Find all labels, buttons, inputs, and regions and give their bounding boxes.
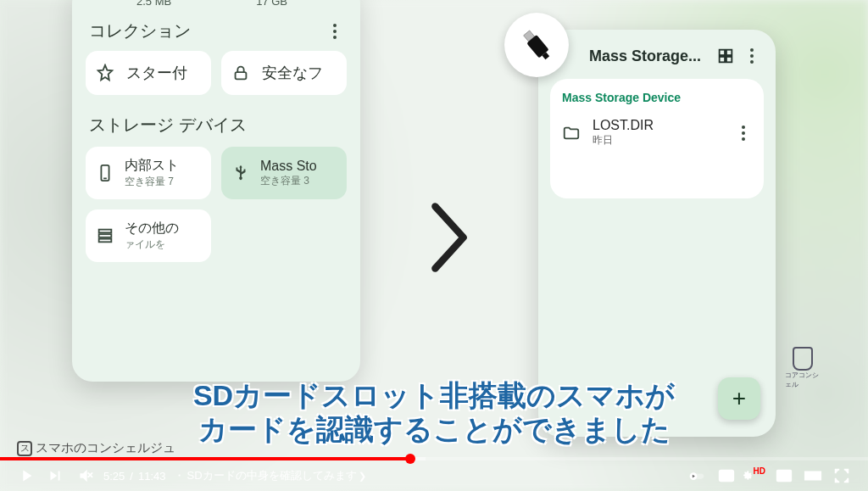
player-controls: 5:25 / 11:43 ・ SDカードの中身を確認してみます ❯ HD: [0, 460, 868, 491]
autoplay-icon: [688, 466, 707, 485]
miniplayer-icon: [775, 466, 793, 485]
svg-rect-0: [236, 72, 247, 79]
time-sep: /: [130, 470, 133, 483]
play-button[interactable]: [12, 461, 41, 490]
svg-rect-11: [720, 57, 725, 62]
grid-view-icon[interactable]: [716, 47, 735, 65]
svg-rect-9: [720, 50, 725, 55]
device-mass-sub: 空き容量 3: [260, 174, 317, 188]
chapter-title: SDカードの中身を確認してみます: [186, 468, 356, 483]
device-mass-storage[interactable]: Mass Sto 空き容量 3: [221, 147, 347, 199]
theater-button[interactable]: [798, 461, 827, 490]
svg-rect-12: [726, 57, 732, 62]
time-duration: 11:43: [138, 470, 166, 483]
fullscreen-icon: [832, 466, 851, 485]
chip-safe-label: 安全なフ: [262, 63, 323, 83]
storage-card-header: Mass Storage Device: [562, 91, 752, 104]
svg-rect-3: [99, 230, 112, 233]
lock-icon: [231, 64, 250, 82]
corner-badge-text: コアコンシェル: [785, 371, 821, 389]
mute-button[interactable]: [70, 461, 98, 490]
svg-rect-19: [784, 476, 789, 480]
svg-rect-10: [726, 50, 732, 55]
chevron-right-icon: ❯: [359, 471, 366, 482]
fullscreen-button[interactable]: [827, 461, 856, 490]
subtitle-line-1: SDカードスロット非搭載のスマホが: [0, 377, 868, 414]
captions-icon: [717, 466, 736, 485]
file-name: LOST.DIR: [593, 118, 723, 133]
device-internal-title: 内部スト: [125, 157, 179, 175]
arrow-right-icon: [415, 195, 483, 280]
device-other[interactable]: その他の ァイルを: [86, 209, 211, 262]
stat-left: 2.5 MB: [136, 0, 171, 8]
volume-muted-icon: [75, 466, 93, 485]
device-internal[interactable]: 内部スト 空き容量 7: [86, 147, 211, 199]
autoplay-toggle[interactable]: [683, 461, 712, 490]
theater-icon: [804, 466, 822, 485]
corner-badge[interactable]: コアコンシェル: [785, 347, 821, 389]
usb-device-badge: [504, 13, 569, 77]
watermark-icon: ス: [17, 441, 32, 456]
collections-heading: コレクション: [89, 20, 191, 42]
channel-watermark: ス スマホのコンシェルジュ: [17, 440, 175, 456]
folder-icon: [562, 124, 581, 142]
miniplayer-button[interactable]: [770, 461, 798, 490]
chapter-sep: ・: [174, 468, 185, 483]
device-other-sub: ァイルを: [125, 237, 179, 252]
quality-badge: HD: [752, 466, 767, 477]
device-other-title: その他の: [125, 220, 179, 237]
left-phone-panel: 2.5 MB 17 GB コレクション スター付 安全なフ ストレージ デバイス: [72, 0, 360, 382]
storage-icon: [96, 226, 114, 245]
right-header-title: Mass Storage...: [589, 47, 708, 65]
storage-card: Mass Storage Device LOST.DIR 昨日: [550, 79, 764, 198]
time-current: 5:25: [103, 470, 125, 483]
file-more-icon[interactable]: [735, 126, 752, 141]
usb-icon: [231, 164, 250, 182]
more-icon[interactable]: [326, 24, 343, 39]
shield-icon: [793, 347, 813, 371]
chapter-button[interactable]: ・ SDカードの中身を確認してみます ❯: [174, 468, 365, 483]
settings-button[interactable]: HD: [741, 461, 770, 490]
storage-heading: ストレージ デバイス: [89, 114, 343, 137]
next-icon: [46, 466, 64, 485]
captions-button[interactable]: [712, 461, 741, 490]
svg-rect-5: [99, 239, 112, 243]
play-icon: [17, 466, 36, 485]
file-date: 昨日: [593, 133, 723, 148]
file-row[interactable]: LOST.DIR 昨日: [562, 118, 752, 148]
video-content: 2.5 MB 17 GB コレクション スター付 安全なフ ストレージ デバイス: [0, 0, 868, 457]
more-icon-right[interactable]: [743, 48, 760, 64]
svg-rect-4: [99, 234, 112, 237]
svg-rect-20: [805, 471, 821, 479]
chip-safe[interactable]: 安全なフ: [221, 51, 347, 95]
phone-icon: [96, 164, 114, 182]
star-icon: [96, 64, 114, 82]
chip-starred-label: スター付: [126, 63, 187, 83]
device-mass-title: Mass Sto: [260, 159, 317, 174]
stat-right: 17 GB: [256, 0, 287, 8]
device-internal-sub: 空き容量 7: [125, 175, 179, 189]
right-phone-panel: Mass Storage... Mass Storage Device LOST…: [538, 30, 776, 437]
next-button[interactable]: [41, 461, 70, 490]
watermark-text: スマホのコンシェルジュ: [36, 440, 175, 456]
usb-stick-icon: [517, 25, 556, 64]
chip-starred[interactable]: スター付: [86, 51, 211, 95]
